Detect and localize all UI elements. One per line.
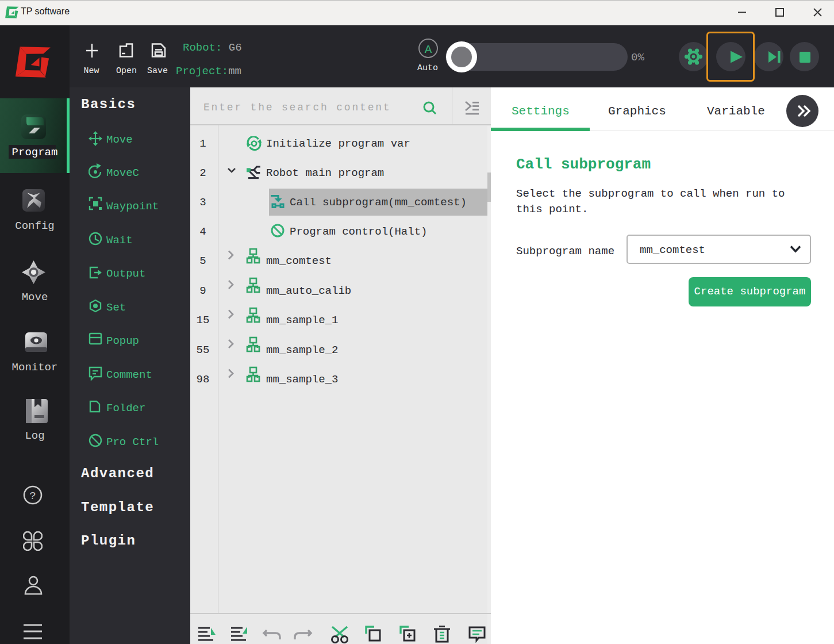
svg-text:A: A [425, 43, 432, 56]
svg-text:?: ? [29, 490, 36, 503]
